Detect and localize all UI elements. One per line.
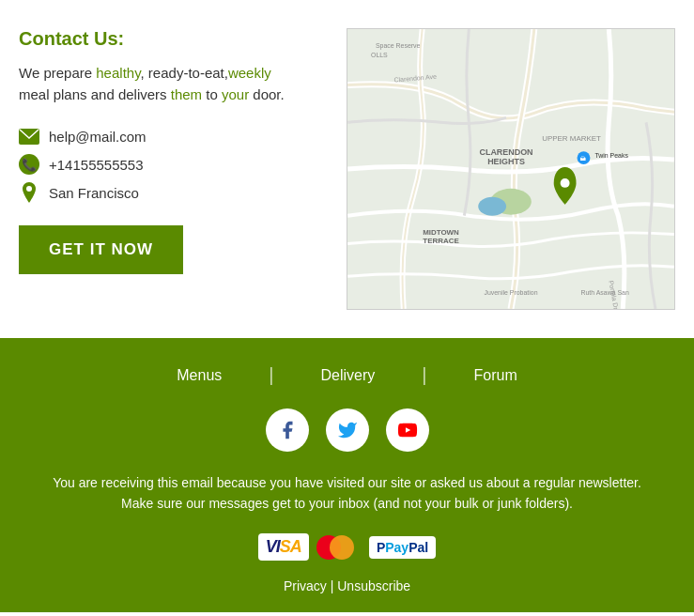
email-item: help@mail.com [19,126,328,146]
footer-links: Privacy | Unsubscribe [19,578,675,593]
svg-text:CLARENDON: CLARENDON [479,147,532,157]
youtube-icon[interactable] [386,408,429,452]
svg-text:Ruth Asawa San: Ruth Asawa San [581,289,629,296]
svg-text:UPPER MARKET: UPPER MARKET [542,134,601,143]
payment-icons: VISA PPayPal [19,533,675,562]
svg-point-15 [561,178,570,188]
contact-description: We prepare healthy, ready-to-eat,weekly … [19,63,328,105]
footer-nav: Menus | Delivery | Forum [19,364,675,386]
svg-text:MIDTOWN: MIDTOWN [423,228,459,237]
svg-point-3 [26,186,32,192]
svg-text:🏔: 🏔 [580,156,586,162]
map-container: CLARENDON HEIGHTS UPPER MARKET MIDTOWN T… [347,28,675,310]
nav-divider-1: | [269,364,273,386]
footer-nav-menus[interactable]: Menus [130,367,269,384]
contact-section: Contact Us: We prepare healthy, ready-to… [0,0,694,338]
contact-left: Contact Us: We prepare healthy, ready-to… [19,28,328,310]
svg-text:Space Reserve: Space Reserve [376,42,421,50]
phone-item: 📞 +14155555553 [19,154,328,175]
location-icon [19,182,39,203]
paypal-payment-icon: PPayPal [369,536,436,559]
facebook-icon[interactable] [266,408,309,452]
location-value: San Francisco [49,185,139,201]
svg-text:Juvenile Probation: Juvenile Probation [484,289,537,296]
footer-disclaimer: You are receiving this email because you… [47,472,648,515]
svg-text:Twin Peaks: Twin Peaks [594,152,628,159]
contact-info-list: help@mail.com 📞 +14155555553 [19,126,328,203]
get-it-now-button[interactable]: GET IT NOW [19,225,183,274]
phone-value: +14155555553 [49,157,144,173]
email-value: help@mail.com [49,129,147,145]
footer-nav-forum[interactable]: Forum [427,367,564,384]
nav-divider-2: | [422,364,426,386]
twitter-icon[interactable] [326,408,369,452]
privacy-link[interactable]: Privacy [284,578,327,593]
location-item: San Francisco [19,182,328,203]
svg-text:TERRACE: TERRACE [423,237,458,245]
mastercard-payment-icon [316,533,362,562]
email-icon [19,126,39,146]
footer-nav-delivery[interactable]: Delivery [274,367,423,384]
svg-text:OLLS: OLLS [371,52,388,58]
social-icons-row [19,408,675,452]
contact-title: Contact Us: [19,28,328,50]
phone-icon: 📞 [19,154,39,175]
unsubscribe-link[interactable]: Unsubscribe [337,578,410,593]
svg-text:HEIGHTS: HEIGHTS [487,157,525,166]
svg-point-6 [478,197,506,216]
footer: Menus | Delivery | Forum You are receivi… [0,338,694,612]
svg-text:📞: 📞 [22,157,38,173]
visa-payment-icon: VISA [258,533,309,561]
